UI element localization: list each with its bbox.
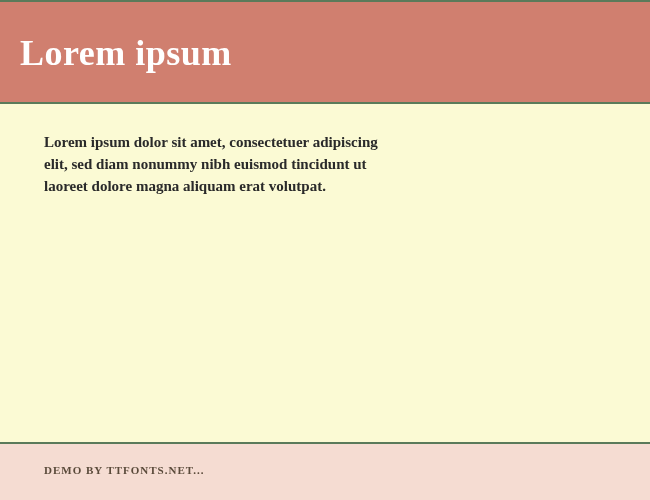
content-area: Lorem ipsum dolor sit amet, consectetuer… — [0, 102, 650, 444]
footer-bar: DEMO BY TTFONTS.NET... — [0, 444, 650, 500]
footer-attribution: DEMO BY TTFONTS.NET... — [44, 464, 606, 476]
body-paragraph: Lorem ipsum dolor sit amet, consectetuer… — [44, 132, 404, 197]
page-title: Lorem ipsum — [20, 32, 630, 74]
header-banner: Lorem ipsum — [0, 0, 650, 102]
